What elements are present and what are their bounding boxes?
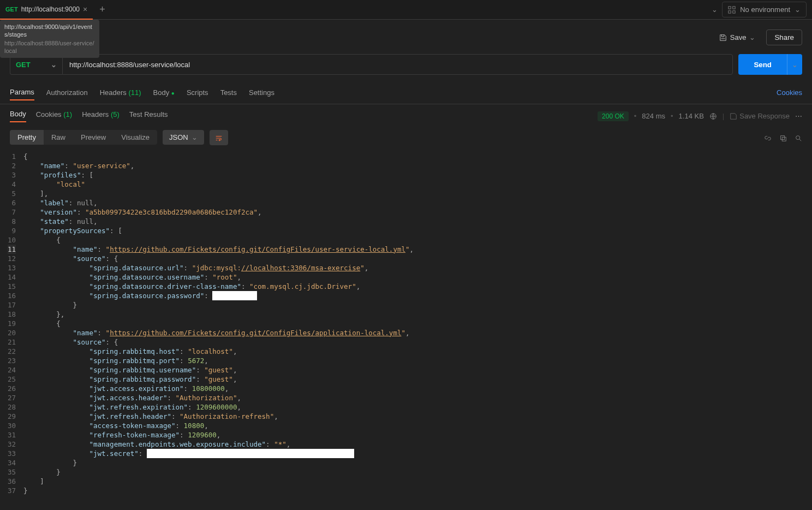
- request-tab[interactable]: GET http://localhost:9000 ×: [0, 0, 93, 20]
- search-icon[interactable]: [795, 133, 802, 142]
- url-input[interactable]: http://localhost:8888/user-service/local: [62, 54, 733, 75]
- tab-body[interactable]: Body ●: [153, 85, 175, 100]
- tooltip: http://localhost:9000/api/v1/events/stag…: [0, 20, 99, 58]
- view-visualize[interactable]: Visualize: [114, 130, 157, 145]
- svg-rect-0: [729, 6, 731, 8]
- viewer-toolbar: Pretty Raw Preview Visualize JSON ⌄: [0, 126, 812, 150]
- tab-tests[interactable]: Tests: [220, 85, 237, 100]
- method-value: GET: [16, 61, 31, 69]
- header-row: /v1/events/stages Save ⌄ Share: [0, 20, 812, 50]
- save-label: Save: [730, 33, 747, 41]
- res-tab-test-results[interactable]: Test Results: [129, 110, 168, 122]
- response-body-viewer[interactable]: 1234567891011121314151617181920212223242…: [0, 150, 812, 497]
- svg-rect-2: [729, 10, 731, 13]
- new-tab-button[interactable]: +: [93, 4, 112, 15]
- response-time: 824 ms: [642, 112, 665, 120]
- wrap-button[interactable]: [210, 130, 228, 145]
- status-badge: 200 OK: [598, 111, 629, 121]
- svg-point-7: [796, 135, 800, 139]
- send-dropdown[interactable]: ⌄: [787, 54, 802, 75]
- chevron-down-icon: ⌄: [792, 61, 798, 69]
- tab-authorization[interactable]: Authorization: [46, 85, 88, 100]
- res-tab-cookies[interactable]: Cookies (1): [36, 110, 72, 122]
- close-icon[interactable]: ×: [83, 5, 87, 14]
- tab-method: GET: [5, 6, 18, 13]
- response-header: Body Cookies (1) Headers (5) Test Result…: [0, 104, 812, 126]
- chevron-down-icon: ⌄: [795, 5, 801, 14]
- environment-select[interactable]: No environment ⌄: [722, 2, 807, 17]
- tooltip-title: http://localhost:9000/api/v1/events/stag…: [4, 23, 95, 38]
- copy-icon[interactable]: [779, 133, 787, 142]
- save-icon: [719, 34, 727, 41]
- more-icon[interactable]: ⋯: [795, 112, 802, 120]
- tab-title: http://localhost:9000: [21, 5, 80, 13]
- tab-scripts[interactable]: Scripts: [187, 85, 208, 100]
- chevron-down-icon: ⌄: [749, 33, 755, 41]
- format-select[interactable]: JSON ⌄: [163, 130, 204, 145]
- tab-bar: GET http://localhost:9000 × + ⌄ No envir…: [0, 0, 812, 20]
- view-pretty[interactable]: Pretty: [10, 130, 44, 145]
- chevron-down-icon: ⌄: [192, 133, 198, 141]
- share-button[interactable]: Share: [766, 29, 802, 45]
- chevron-down-icon: ⌄: [51, 61, 57, 69]
- svg-rect-5: [781, 135, 785, 139]
- send-button[interactable]: Send: [738, 54, 787, 75]
- res-tab-body[interactable]: Body: [10, 110, 26, 122]
- svg-rect-1: [733, 6, 735, 8]
- view-raw[interactable]: Raw: [44, 130, 73, 145]
- request-tabs: Params Authorization Headers (11) Body ●…: [0, 81, 812, 104]
- res-tab-headers[interactable]: Headers (5): [82, 110, 120, 122]
- tab-settings[interactable]: Settings: [249, 85, 274, 100]
- environment-label: No environment: [740, 5, 790, 14]
- save-icon: [730, 112, 737, 120]
- view-preview[interactable]: Preview: [73, 130, 114, 145]
- save-response-button: Save Response: [730, 112, 790, 120]
- tab-headers[interactable]: Headers (11): [100, 85, 141, 100]
- tooltip-subtitle: http://localhost:8888/user-service/local: [4, 39, 95, 55]
- globe-icon[interactable]: [709, 112, 717, 121]
- cookies-link[interactable]: Cookies: [777, 88, 802, 97]
- wrap-icon: [215, 134, 223, 142]
- url-bar: GET ⌄ http://localhost:8888/user-service…: [0, 50, 812, 81]
- chevron-down-icon[interactable]: ⌄: [712, 5, 718, 14]
- grid-icon: [728, 6, 736, 14]
- save-button[interactable]: Save ⌄: [714, 30, 761, 45]
- svg-rect-3: [733, 10, 735, 13]
- response-size: 1.14 KB: [679, 112, 704, 120]
- link-icon[interactable]: [764, 133, 772, 142]
- tab-params[interactable]: Params: [10, 85, 34, 100]
- svg-rect-6: [782, 137, 786, 141]
- dot-icon: ●: [171, 90, 175, 96]
